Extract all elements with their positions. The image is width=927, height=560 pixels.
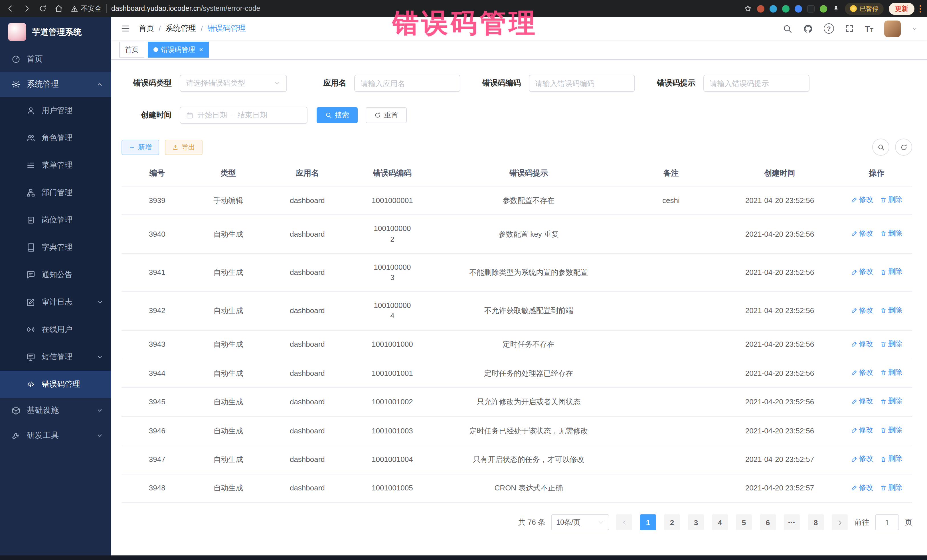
sidebar-item-departments[interactable]: 部门管理 — [0, 179, 111, 206]
extension-icon-2[interactable] — [769, 5, 777, 12]
breadcrumb-separator: / — [201, 24, 203, 33]
bookmark-star-icon[interactable] — [744, 5, 752, 12]
breadcrumb: 首页 / 系统管理 / 错误码管理 — [138, 23, 246, 33]
extension-icon-5[interactable] — [807, 5, 815, 12]
sidebar-item-roles[interactable]: 角色管理 — [0, 124, 111, 152]
sidebar-item-dictionary[interactable]: 字典管理 — [0, 234, 111, 261]
edit-link[interactable]: 修改 — [851, 267, 873, 277]
page-button-3[interactable]: 3 — [688, 514, 704, 530]
search-button[interactable]: 搜索 — [317, 107, 358, 123]
user-avatar[interactable] — [884, 20, 901, 37]
error-msg-input[interactable] — [704, 75, 810, 92]
sidebar-item-infrastructure[interactable]: 基础设施 — [0, 398, 111, 423]
app-title: 芋道管理系统 — [32, 27, 82, 37]
edit-link[interactable]: 修改 — [851, 454, 873, 464]
filter-label-type: 错误码类型 — [122, 78, 172, 88]
sidebar-item-system[interactable]: 系统管理 — [0, 72, 111, 97]
add-button[interactable]: 新增 — [122, 140, 159, 155]
toggle-search-button[interactable] — [872, 138, 889, 156]
tab-error-code[interactable]: 错误码管理 × — [148, 42, 209, 58]
page-button-2[interactable]: 2 — [664, 514, 680, 530]
security-warning[interactable]: 不安全 — [71, 4, 102, 14]
broadcast-icon — [26, 325, 35, 334]
help-icon[interactable]: ? — [824, 23, 834, 33]
sidebar-fold-icon[interactable] — [120, 23, 131, 33]
browser-menu-icon[interactable] — [919, 5, 921, 12]
delete-link[interactable]: 删除 — [880, 397, 902, 407]
trash-icon — [880, 398, 886, 405]
sidebar-item-menus[interactable]: 菜单管理 — [0, 152, 111, 179]
next-page-button[interactable] — [832, 514, 848, 530]
cell-type: 手动编辑 — [193, 186, 264, 215]
delete-link[interactable]: 删除 — [880, 229, 902, 239]
delete-link[interactable]: 删除 — [880, 195, 902, 205]
edit-link[interactable]: 修改 — [851, 397, 873, 407]
github-icon[interactable] — [803, 24, 813, 33]
extension-icon-6[interactable] — [820, 5, 827, 12]
page-button-6[interactable]: 6 — [760, 514, 776, 530]
page-button-8[interactable]: 8 — [808, 514, 824, 530]
sidebar-item-audit-log[interactable]: 审计日志 — [0, 288, 111, 316]
tab-home[interactable]: 首页 — [119, 42, 144, 58]
column-header-id: 编号 — [122, 161, 193, 186]
font-size-icon[interactable]: TT — [865, 24, 873, 33]
chrome-update-button[interactable]: 更新 — [889, 3, 915, 15]
delete-link[interactable]: 删除 — [880, 454, 902, 464]
goto-page-input[interactable] — [875, 514, 899, 530]
error-type-select[interactable]: 请选择错误码类型 — [180, 75, 287, 92]
tags-view-bar: 首页 错误码管理 × — [111, 40, 927, 60]
paused-badge[interactable]: 已暂停 — [845, 3, 884, 15]
extension-icon-1[interactable] — [757, 5, 764, 12]
edit-link[interactable]: 修改 — [851, 483, 873, 493]
breadcrumb-item[interactable]: 系统管理 — [166, 23, 196, 33]
delete-link[interactable]: 删除 — [880, 368, 902, 378]
error-code-input[interactable] — [529, 75, 635, 92]
sidebar-item-online-users[interactable]: 在线用户 — [0, 316, 111, 343]
edit-link[interactable]: 修改 — [851, 305, 873, 316]
date-range-picker[interactable]: 开始日期 - 结束日期 — [180, 107, 307, 124]
refresh-table-button[interactable] — [895, 138, 912, 156]
extension-icon-4[interactable] — [795, 5, 802, 12]
breadcrumb-item[interactable]: 首页 — [138, 23, 154, 33]
profile-emoji-icon — [850, 5, 857, 12]
delete-link[interactable]: 删除 — [880, 305, 902, 316]
back-icon[interactable] — [6, 4, 15, 13]
sidebar-item-home[interactable]: 首页 — [0, 47, 111, 72]
edit-link[interactable]: 修改 — [851, 339, 873, 349]
prev-page-button[interactable] — [616, 514, 632, 530]
delete-link[interactable]: 删除 — [880, 425, 902, 436]
avatar-caret-icon[interactable] — [912, 25, 918, 32]
edit-link[interactable]: 修改 — [851, 368, 873, 378]
more-pages-button[interactable]: ••• — [784, 514, 800, 530]
address-bar[interactable]: 不安全 dashboard.yudao.iocoder.cn/system/er… — [71, 4, 737, 14]
app-logo[interactable]: 芋道管理系统 — [0, 17, 111, 47]
sidebar-item-notice[interactable]: 通知公告 — [0, 261, 111, 288]
sidebar-item-posts[interactable]: 岗位管理 — [0, 206, 111, 234]
page-size-select[interactable]: 10条/页 — [551, 514, 609, 530]
page-button-1[interactable]: 1 — [640, 514, 656, 530]
sidebar-item-users[interactable]: 用户管理 — [0, 97, 111, 124]
edit-link[interactable]: 修改 — [851, 195, 873, 205]
page-button-4[interactable]: 4 — [712, 514, 728, 530]
pin-extension-icon[interactable] — [832, 5, 840, 12]
edit-link[interactable]: 修改 — [851, 425, 873, 436]
app-name-input[interactable] — [354, 75, 460, 92]
delete-link[interactable]: 删除 — [880, 267, 902, 277]
export-button[interactable]: 导出 — [165, 140, 202, 155]
page-button-5[interactable]: 5 — [736, 514, 752, 530]
cell-msg: 只有开启状态的任务，才可以修改 — [434, 445, 623, 474]
extension-icon-3[interactable] — [782, 5, 790, 12]
edit-link[interactable]: 修改 — [851, 229, 873, 239]
sidebar-item-dev-tools[interactable]: 研发工具 — [0, 423, 111, 448]
forward-icon[interactable] — [22, 4, 31, 13]
delete-link[interactable]: 删除 — [880, 339, 902, 349]
delete-link[interactable]: 删除 — [880, 483, 902, 493]
sidebar-item-sms[interactable]: 短信管理 — [0, 343, 111, 371]
fullscreen-icon[interactable] — [845, 24, 854, 33]
header-search-icon[interactable] — [783, 24, 792, 33]
sidebar-item-error-code[interactable]: 错误码管理 — [0, 371, 111, 398]
reset-button[interactable]: 重置 — [366, 107, 407, 123]
tab-close-icon[interactable]: × — [199, 46, 203, 54]
home-icon[interactable] — [54, 4, 63, 13]
reload-icon[interactable] — [39, 5, 47, 12]
